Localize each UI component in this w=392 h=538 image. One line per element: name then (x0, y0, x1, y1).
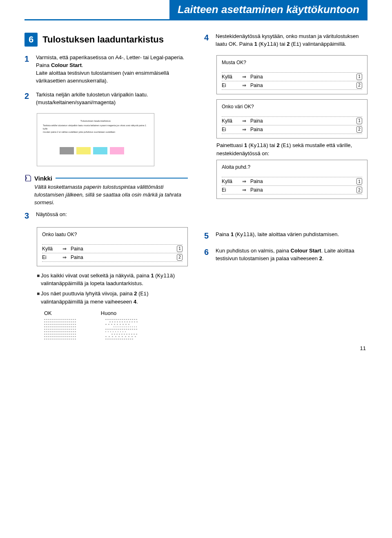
note-rule (56, 178, 188, 179)
step-1-number: 1 (24, 54, 36, 85)
lcd-color: Onko väri OK? Kyllä⇒Paina1 Ei⇒Paina2 (216, 99, 368, 138)
bullet-icon: ■ (37, 272, 41, 288)
lcd-quality: Onko laatu OK? Kyllä⇒Paina1 Ei⇒Paina2 (37, 227, 188, 266)
step-4-number: 4 (204, 33, 216, 49)
section-number: 6 (24, 33, 38, 47)
bullet-2: Jos näet puuttuvia lyhyitä viivoja, pain… (41, 290, 188, 306)
page-title: Laitteen asettaminen käyttökuntoon (169, 0, 368, 19)
after-4-text: Painettuasi 1 (Kyllä) tai 2 (Ei) sekä mu… (216, 142, 368, 158)
note-label: Vinkki (34, 175, 52, 182)
bullet-1: Jos kaikki viivat ovat selkeitä ja näkyv… (41, 272, 188, 288)
step-5-number: 5 (204, 231, 216, 241)
step-3-number: 3 (24, 211, 36, 221)
step-6-number: 6 (204, 247, 216, 263)
step-3-body: Näytössä on: (36, 211, 188, 221)
lcd-black: Musta OK? Kyllä⇒Paina1 Ei⇒Paina2 (216, 55, 368, 94)
pattern-illustration (44, 318, 188, 341)
step-1-body: Varmista, että paperikasetissa on A4-, L… (36, 54, 188, 85)
note-icon (24, 174, 32, 182)
step-2-number: 2 (24, 91, 36, 107)
lcd-clean: Aloita puhd.? Kyllä⇒Paina1 Ei⇒Paina2 (216, 160, 368, 199)
print-sample-illustration: Tulostuksen laaduntarkistus Tarkista ark… (37, 113, 154, 166)
step-4-body: Nestekidenäytössä kysytään, onko mustan … (216, 33, 368, 49)
bullet-icon: ■ (37, 290, 41, 306)
step-5-body: Paina 1 (Kyllä), laite aloittaa värien p… (216, 231, 368, 241)
step-6-body: Kun puhdistus on valmis, paina Colour St… (216, 247, 368, 263)
ok-bad-labels: OKHuono (44, 310, 188, 316)
note-body: Vältä koskettamasta paperin tulostuspint… (34, 183, 188, 207)
section-title: Tulostuksen laaduntarkistus (42, 34, 164, 45)
page-number: 11 (360, 345, 366, 351)
title-rule (24, 19, 368, 20)
step-2-body: Tarkista neljän arkille tulostetun värip… (36, 91, 188, 107)
